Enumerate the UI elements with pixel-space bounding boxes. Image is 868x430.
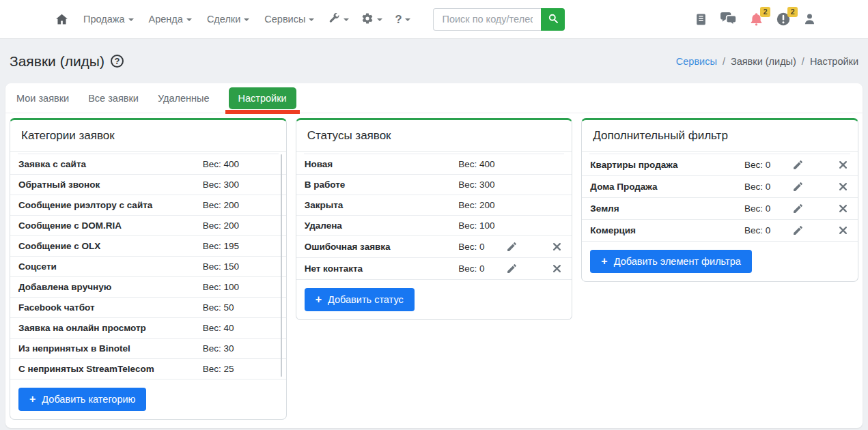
search-input[interactable] — [433, 8, 541, 31]
row-weight: Вес: 300 — [458, 180, 499, 190]
categories-list: Заявка с сайта Вес: 400 Обратный звонок … — [10, 152, 286, 379]
add-filter-item-button[interactable]: + Добавить элемент фильтра — [590, 250, 751, 273]
edit-button[interactable] — [791, 181, 805, 192]
chevron-down-icon — [244, 18, 249, 21]
delete-button[interactable] — [550, 241, 563, 253]
row-weight: Вес: 40 — [203, 323, 278, 333]
row-actions — [505, 241, 563, 253]
row-label: Ошибочная заявка — [305, 242, 459, 252]
panel-categories: Категории заявок Заявка с сайта Вес: 400… — [10, 118, 287, 420]
panel-footer: + Добавить категорию — [10, 379, 286, 419]
row-weight: Вес: 0 — [458, 263, 499, 274]
delete-button[interactable] — [837, 203, 850, 214]
row-weight: Вес: 150 — [203, 261, 278, 272]
add-status-button[interactable]: + Добавить статус — [305, 288, 415, 311]
tab-nastroyki[interactable]: Настройки — [229, 87, 296, 109]
table-row: Facebook чатбот Вес: 50 — [10, 298, 286, 318]
edit-button[interactable] — [791, 159, 805, 171]
table-row: Земля Вес: 0 — [582, 198, 858, 220]
bell-icon[interactable]: 2 — [749, 12, 764, 27]
delete-button[interactable] — [837, 181, 850, 192]
tab-bar: Мои заявки Все заявки Удаленные Настройк… — [5, 83, 863, 113]
table-row: Нет контакта Вес: 0 — [296, 258, 572, 280]
settings-panels: Категории заявок Заявка с сайта Вес: 400… — [5, 113, 863, 428]
row-label: Заявка с сайта — [18, 159, 203, 169]
journal-icon[interactable] — [695, 12, 708, 27]
add-category-button[interactable]: + Добавить категорию — [18, 388, 146, 411]
panel-title: Статусы заявок — [296, 120, 572, 152]
menu-sdelki[interactable]: Сделки — [199, 14, 257, 25]
top-navbar: Продажа Аренда Сделки Сервисы ? — [0, 0, 868, 39]
button-label: Добавить категорию — [42, 394, 135, 405]
breadcrumb-separator: / — [723, 56, 725, 67]
row-weight: Вес: 0 — [744, 203, 785, 214]
tab-udalennye[interactable]: Удаленные — [158, 93, 210, 104]
tab-label: Настройки — [238, 93, 287, 104]
tab-moi-zayavki[interactable]: Мои заявки — [16, 93, 69, 104]
edit-button[interactable] — [791, 203, 805, 214]
row-weight: Вес: 195 — [203, 241, 278, 251]
search-button[interactable] — [541, 8, 565, 31]
search-bar — [433, 8, 565, 31]
row-label: Заявка на онлайн просмотр — [18, 323, 203, 333]
row-label: В работе — [305, 180, 459, 190]
settings-menu[interactable] — [355, 12, 389, 27]
menu-servisy[interactable]: Сервисы — [257, 14, 322, 25]
row-label: С непринятых StreamTelecom — [18, 364, 203, 374]
red-annotation-underline — [225, 110, 300, 114]
row-weight: Вес: 100 — [203, 282, 278, 292]
delete-button[interactable] — [837, 159, 850, 171]
table-row: Комерция Вес: 0 — [582, 220, 858, 242]
delete-button[interactable] — [837, 225, 850, 236]
search-icon — [548, 13, 559, 26]
row-weight: Вес: 0 — [744, 160, 785, 170]
row-label: Комерция — [590, 225, 744, 235]
row-label: Квартиры продажа — [590, 160, 744, 170]
table-row: Сообщение с DOM.RIA Вес: 200 — [10, 216, 286, 236]
edit-button[interactable] — [505, 263, 519, 274]
home-icon[interactable] — [48, 12, 76, 27]
user-icon[interactable] — [803, 12, 816, 26]
page-header: Заявки (лиды) ? Сервисы / Заявки (лиды) … — [0, 39, 868, 83]
row-label: Соцсети — [18, 261, 203, 272]
help-circle-icon[interactable]: ? — [111, 55, 124, 68]
row-weight: Вес: 25 — [203, 364, 278, 374]
row-weight: Вес: 200 — [203, 200, 278, 210]
chevron-down-icon — [344, 18, 349, 21]
list-scrollbar-thumb[interactable] — [281, 154, 282, 377]
statuses-list: Новая Вес: 400 В работе Вес: 300 — [296, 152, 572, 280]
help-menu[interactable]: ? — [389, 13, 417, 26]
menu-arenda[interactable]: Аренда — [141, 14, 199, 25]
breadcrumb-nastroyki[interactable]: Настройки — [810, 56, 858, 67]
row-label: Сообщение с OLX — [18, 241, 203, 251]
table-row: Квартиры продажа Вес: 0 — [582, 154, 858, 176]
chevron-down-icon — [128, 18, 134, 21]
tab-vse-zayavki[interactable]: Все заявки — [88, 93, 139, 104]
edit-button[interactable] — [791, 225, 805, 236]
row-weight: Вес: 300 — [203, 180, 278, 190]
alert-icon[interactable]: 2 — [776, 12, 791, 27]
row-actions — [791, 203, 850, 214]
row-weight: Вес: 30 — [203, 343, 278, 354]
row-label: Удалена — [305, 220, 459, 231]
breadcrumb-servisy[interactable]: Сервисы — [676, 56, 717, 67]
table-row: Обратный звонок Вес: 300 — [10, 175, 286, 195]
edit-button[interactable] — [505, 241, 519, 253]
menu-prodazha[interactable]: Продажа — [76, 14, 141, 25]
table-row: Ошибочная заявка Вес: 0 — [296, 236, 572, 258]
page-title-text: Заявки (лиды) — [10, 53, 104, 70]
breadcrumb-zayavki[interactable]: Заявки (лиды) — [731, 56, 796, 67]
tools-menu[interactable] — [322, 12, 355, 27]
breadcrumb-separator: / — [802, 56, 804, 67]
plus-icon: + — [316, 294, 322, 305]
panel-footer: + Добавить элемент фильтра — [582, 242, 858, 281]
wrench-icon — [328, 12, 340, 27]
delete-button[interactable] — [550, 263, 563, 274]
row-actions — [791, 159, 850, 171]
main-content-card: Мои заявки Все заявки Удаленные Настройк… — [5, 83, 863, 428]
menu-item-label: Аренда — [149, 14, 183, 25]
chats-icon[interactable] — [720, 12, 737, 27]
row-label: Нет контакта — [305, 263, 459, 274]
row-actions — [505, 263, 563, 274]
menu-item-label: Сделки — [207, 14, 240, 25]
